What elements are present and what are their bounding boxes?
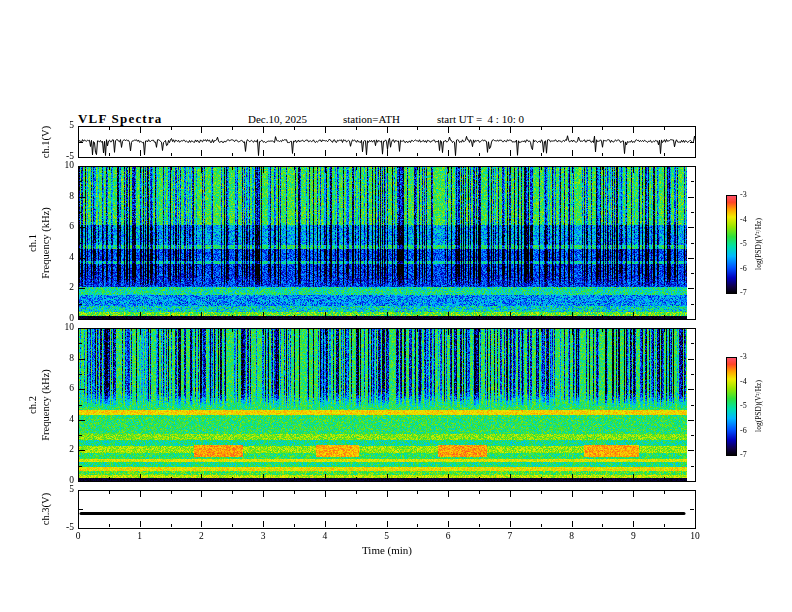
spec1-ylabel-frequency: Frequency (kHz): [40, 207, 51, 278]
x-tick-label: 10: [690, 532, 700, 542]
x-tick-label: 6: [446, 532, 451, 542]
axes-frame-overlay: [0, 0, 792, 612]
frequency-tick-label: 8: [69, 192, 74, 202]
colorbar1-label: log(PSD)(V²/Hz): [754, 218, 763, 270]
vlf-spectra-figure: VLF Spectra Dec.10, 2025 station=ATH sta…: [0, 0, 792, 612]
voltage-tick-label: 5: [69, 485, 74, 495]
frequency-tick-label: 2: [69, 284, 74, 294]
x-tick-label: 7: [508, 532, 513, 542]
voltage-tick-label: 5: [69, 121, 74, 131]
spec2-ylabel: ch.2Frequency (kHz): [27, 369, 52, 440]
colorbar-tick-label: -4: [740, 216, 747, 224]
voltage-tick-label: -5: [66, 152, 74, 162]
x-tick-label: 5: [384, 532, 389, 542]
x-tick-label: 8: [569, 532, 574, 542]
colorbar-tick-label: -3: [740, 353, 747, 361]
colorbar-tick-label: -5: [740, 402, 747, 410]
voltage-tick-label: -5: [66, 523, 74, 533]
frequency-tick-label: 8: [69, 354, 74, 364]
colorbar-tick-label: -7: [740, 289, 747, 297]
frequency-tick-label: 2: [69, 446, 74, 456]
x-tick-label: 9: [631, 532, 636, 542]
x-tick-label: 2: [199, 532, 204, 542]
spec2-ylabel-channel: ch.2: [27, 396, 38, 414]
x-tick-label: 0: [76, 532, 81, 542]
colorbar2-label: log(PSD)(V²/Hz): [754, 380, 763, 432]
frequency-tick-label: 6: [69, 384, 74, 394]
x-tick-label: 3: [261, 532, 266, 542]
x-axis-label: Time (min): [362, 544, 412, 556]
ch1-wave-ylabel: ch.1(V): [40, 126, 53, 158]
x-tick-label: 4: [322, 532, 327, 542]
ch3-ylabel: ch.3(V): [40, 493, 53, 525]
colorbar-tick-label: -6: [740, 427, 747, 435]
spec2-ylabel-frequency: Frequency (kHz): [40, 369, 51, 440]
colorbar-tick-label: -5: [740, 240, 747, 248]
spec1-ylabel-channel: ch.1: [27, 234, 38, 252]
colorbar-tick-label: -4: [740, 378, 747, 386]
frequency-tick-label: 6: [69, 222, 74, 232]
frequency-tick-label: 10: [65, 323, 75, 333]
frequency-tick-label: 10: [65, 161, 75, 171]
frequency-tick-label: 4: [69, 253, 74, 263]
x-tick-label: 1: [137, 532, 142, 542]
colorbar-tick-label: -3: [740, 191, 747, 199]
colorbar-tick-label: -6: [740, 265, 747, 273]
colorbar-tick-label: -7: [740, 451, 747, 459]
spec1-ylabel: ch.1Frequency (kHz): [27, 207, 52, 278]
frequency-tick-label: 4: [69, 415, 74, 425]
